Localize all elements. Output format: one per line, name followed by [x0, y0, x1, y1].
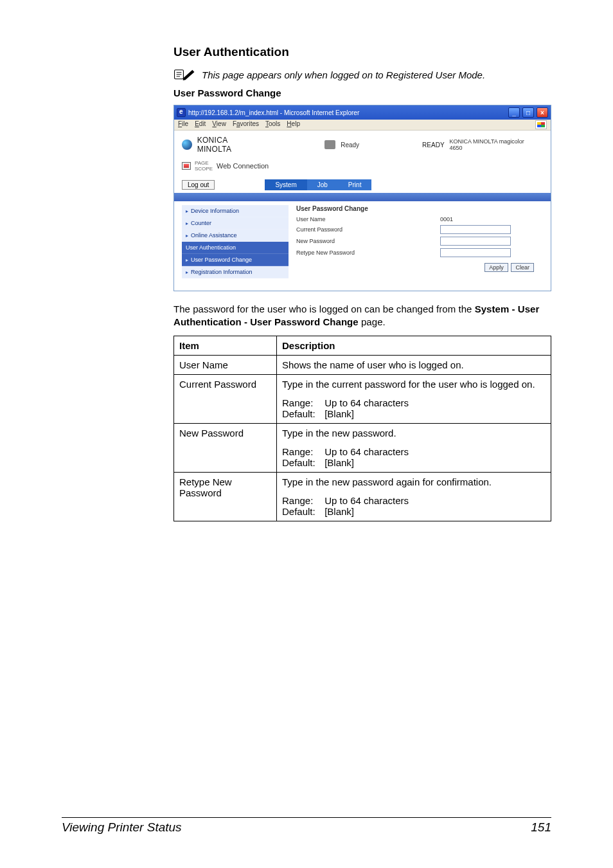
tab-system[interactable]: System	[265, 179, 306, 190]
cell-item: New Password	[174, 423, 277, 472]
intro-paragraph: The password for the user who is logged …	[173, 303, 551, 329]
pagescope-icon	[182, 162, 191, 170]
cell-desc: Shows the name of user who is logged on.	[277, 355, 551, 374]
brand-name: KONICA MINOLTA	[197, 136, 263, 154]
input-retype-pw[interactable]	[440, 248, 511, 257]
tab-underline	[174, 193, 551, 201]
menu-favorites[interactable]: Favorites	[233, 120, 259, 129]
cell-item: User Name	[174, 355, 277, 374]
sidebar-item-registration[interactable]: Registration Information	[182, 266, 289, 278]
input-current-pw[interactable]	[440, 225, 511, 234]
sidebar-item-user-pw-change[interactable]: User Password Change	[182, 254, 289, 266]
menu-help[interactable]: Help	[287, 120, 300, 129]
logo-icon	[182, 140, 192, 150]
web-connection-label: Web Connection	[217, 162, 269, 170]
cell-desc: Type in the new password. Range: Up to 6…	[277, 423, 551, 472]
tab-job[interactable]: Job	[307, 179, 338, 190]
apply-button[interactable]: Apply	[484, 263, 508, 272]
field-value-username: 0001	[440, 216, 453, 222]
subsection-heading: User Password Change	[173, 87, 551, 98]
model-name: KONICA MINOLTA magicolor 4650	[450, 138, 544, 151]
content-panel: User Password Change User Name 0001 Curr…	[296, 205, 543, 278]
table-row: Retype New Password Type in the new pass…	[174, 472, 551, 521]
table-row: New Password Type in the new password. R…	[174, 423, 551, 472]
tab-print[interactable]: Print	[338, 179, 372, 190]
sidebar-item-user-auth[interactable]: User Authentication	[182, 242, 289, 254]
logout-button[interactable]: Log out	[182, 180, 215, 190]
sidebar: Device Information Counter Online Assist…	[182, 205, 289, 278]
footer-page-number: 151	[531, 820, 551, 835]
field-label-retype-pw: Retype New Password	[296, 249, 372, 256]
menu-file[interactable]: File	[178, 120, 188, 129]
note-icon	[173, 67, 195, 81]
note-row: This page appears only when logged on to…	[173, 67, 551, 81]
sidebar-item-online-assist[interactable]: Online Assistance	[182, 230, 289, 242]
menu-tools[interactable]: Tools	[265, 120, 280, 129]
status-value: READY	[422, 141, 444, 149]
panel-title: User Password Change	[296, 205, 543, 212]
printer-icon	[324, 140, 336, 149]
cell-desc: Type in the current password for the use…	[277, 374, 551, 423]
footer-title: Viewing Printer Status	[62, 820, 182, 835]
status-label: Ready	[341, 141, 359, 149]
menu-view[interactable]: View	[212, 120, 226, 129]
window-titlebar: http://192.168.1.2/m_index.html - Micros…	[174, 105, 551, 120]
menu-edit[interactable]: Edit	[195, 120, 206, 129]
cell-item: Current Password	[174, 374, 277, 423]
menu-bar: File Edit View Favorites Tools Help	[174, 120, 551, 131]
note-text: This page appears only when logged on to…	[202, 69, 485, 80]
ie-icon	[177, 108, 186, 117]
cell-desc: Type in the new password again for confi…	[277, 472, 551, 521]
sidebar-item-counter[interactable]: Counter	[182, 217, 289, 230]
input-new-pw[interactable]	[440, 237, 511, 246]
th-item: Item	[174, 336, 277, 355]
ie-flag-icon	[535, 120, 547, 129]
table-row: Current Password Type in the current pas…	[174, 374, 551, 423]
close-button[interactable]: ×	[537, 107, 548, 118]
browser-window: http://192.168.1.2/m_index.html - Micros…	[173, 105, 551, 291]
spec-table: Item Description User Name Shows the nam…	[173, 336, 551, 521]
th-desc: Description	[277, 336, 551, 355]
field-label-new-pw: New Password	[296, 238, 372, 244]
section-heading: User Authentication	[173, 45, 551, 59]
window-title: http://192.168.1.2/m_index.html - Micros…	[188, 109, 359, 116]
maximize-button[interactable]: □	[522, 107, 534, 118]
field-label-current-pw: Current Password	[296, 226, 372, 233]
sidebar-item-device-info[interactable]: Device Information	[182, 205, 289, 217]
table-row: User Name Shows the name of user who is …	[174, 355, 551, 374]
cell-item: Retype New Password	[174, 472, 277, 521]
clear-button[interactable]: Clear	[511, 263, 534, 272]
pagescope-label: PAGESCOPE	[195, 160, 213, 172]
page-footer: Viewing Printer Status 151	[62, 817, 551, 835]
field-label-username: User Name	[296, 216, 372, 222]
minimize-button[interactable]: _	[508, 107, 520, 118]
